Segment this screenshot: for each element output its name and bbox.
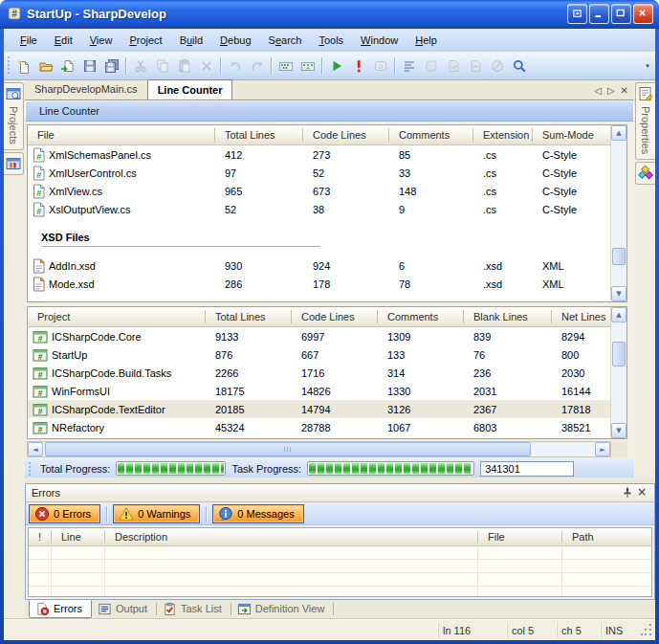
toolbar-overflow-button[interactable]: ▾ <box>642 54 653 78</box>
column-header-[interactable]: ! <box>29 528 52 545</box>
vertical-scrollbar[interactable]: ▲▼ <box>610 307 626 438</box>
projects-table-row[interactable]: #NRefactory45324287881067680338521 <box>28 418 610 436</box>
toolbar-button-open-file[interactable] <box>34 56 56 77</box>
menu-item-window[interactable]: Window <box>352 31 406 50</box>
side-tab-toolbox[interactable] <box>635 162 655 185</box>
menu-item-project[interactable]: Project <box>121 31 170 50</box>
toolbar-button-delete[interactable] <box>195 56 217 77</box>
toolbar-button-profiler[interactable]: 0 <box>369 56 391 77</box>
scroll-up-button[interactable]: ▲ <box>611 307 626 322</box>
window-resize-grip[interactable] <box>641 623 654 638</box>
toolbar-button-run[interactable] <box>325 56 347 77</box>
toggle-0-errors-button[interactable]: 0 Errors <box>29 504 100 523</box>
tab-sharpdevelopmain-cs[interactable]: SharpDevelopMain.cs <box>25 80 147 100</box>
column-header-file[interactable]: File <box>28 125 215 144</box>
menu-item-search[interactable]: Search <box>260 31 311 50</box>
bottom-tab-errors[interactable]: Errors <box>29 600 92 618</box>
close-panel-button[interactable] <box>635 486 650 500</box>
column-header-code-lines[interactable]: Code Lines <box>303 125 389 144</box>
column-header-total-lines[interactable]: Total Lines <box>206 307 292 326</box>
column-header-extension[interactable]: Extension <box>473 125 533 144</box>
scroll-track[interactable] <box>611 141 626 286</box>
toolbar-button-uncomment-region[interactable] <box>297 56 319 77</box>
column-header-project[interactable]: Project <box>28 307 206 326</box>
menu-item-tools[interactable]: Tools <box>310 31 352 50</box>
toolbar-button-redo[interactable] <box>246 56 268 77</box>
prev-tab-button[interactable]: ◁ <box>594 85 602 96</box>
maximize-button[interactable] <box>611 4 631 24</box>
column-header-blank-lines[interactable]: Blank Lines <box>464 307 552 326</box>
column-header-comments[interactable]: Comments <box>378 307 464 326</box>
side-tab-properties[interactable]: Properties <box>635 82 655 160</box>
vertical-scrollbar[interactable]: ▲▼ <box>610 125 626 301</box>
scroll-left-button[interactable]: ◄ <box>28 442 43 456</box>
toolbar-button-format-document[interactable] <box>420 56 442 77</box>
close-window-button[interactable] <box>633 4 653 24</box>
files-table-row[interactable]: #XmlView.cs965673148.csC-Style <box>28 182 610 200</box>
menu-item-help[interactable]: Help <box>406 31 446 50</box>
menu-item-debug[interactable]: Debug <box>211 31 259 50</box>
toolbar-grip[interactable] <box>8 56 10 76</box>
column-header-code-lines[interactable]: Code Lines <box>292 307 378 326</box>
side-tab-tools[interactable] <box>4 152 24 175</box>
column-header-comments[interactable]: Comments <box>389 125 473 144</box>
projects-table-row[interactable]: #ICSharpCode.Build.Tasks2266171631423620… <box>28 364 610 382</box>
bottom-tab-definition-view[interactable]: Definition View <box>231 600 334 618</box>
menu-item-view[interactable]: View <box>81 31 121 50</box>
projects-table-row[interactable]: #SharpReport337114134113732998 <box>28 436 610 438</box>
scroll-thumb[interactable] <box>612 342 626 366</box>
toolbar-button-save-file[interactable] <box>78 56 100 77</box>
scroll-up-button[interactable]: ▲ <box>611 125 626 141</box>
close-document-button[interactable]: ✕ <box>621 85 628 96</box>
toolbar-button-abort-build[interactable] <box>486 56 508 77</box>
projects-table-row[interactable]: #ICSharpCode.Core9133699713098398294 <box>28 327 610 345</box>
column-header-path[interactable]: Path <box>562 528 652 545</box>
files-table-row[interactable]: AddIn.xsd9309246.xsdXML <box>28 256 610 275</box>
column-header-sum-mode[interactable]: Sum-Mode <box>533 125 610 144</box>
files-table-row[interactable]: #XmlUserControl.cs975233.csC-Style <box>28 164 610 182</box>
files-table-row[interactable]: #XslOutputView.cs52389.csC-Style <box>28 200 610 218</box>
toolbar-button-sort-lines[interactable] <box>398 56 420 77</box>
toggle-0-messages-button[interactable]: 0 Messages <box>212 504 303 523</box>
column-header-line[interactable]: Line <box>52 528 105 545</box>
projects-table-row[interactable]: #ICSharpCode.TextEditor20185147943126236… <box>28 400 610 418</box>
toggle-0-warnings-button[interactable]: 0 Warnings <box>113 504 200 523</box>
toolbar-button-open-with[interactable] <box>56 56 78 77</box>
scroll-down-button[interactable]: ▼ <box>611 286 626 301</box>
files-table-row[interactable]: #XmlSchemasPanel.cs41227385.csC-Style <box>28 145 610 164</box>
pin-panel-button[interactable] <box>620 486 635 500</box>
column-header-file[interactable]: File <box>478 528 562 545</box>
toolbar-button-paste[interactable] <box>173 56 195 77</box>
toolbar-button-comment-region[interactable] <box>275 56 297 77</box>
scroll-track[interactable] <box>43 442 595 456</box>
projects-table-row[interactable]: #WinFormsUI18175148261330203116144 <box>28 382 610 400</box>
side-tab-projects[interactable]: Projects <box>4 82 24 150</box>
scroll-down-button[interactable]: ▼ <box>611 423 626 438</box>
scroll-thumb[interactable] <box>45 442 531 456</box>
menu-item-file[interactable]: File <box>11 31 46 50</box>
next-tab-button[interactable]: ▷ <box>607 85 615 96</box>
toolbar-button-build-project[interactable] <box>442 56 464 77</box>
toolbar-button-stop-build[interactable] <box>347 56 369 77</box>
menu-item-build[interactable]: Build <box>171 31 211 50</box>
scroll-right-button[interactable]: ► <box>595 442 610 456</box>
projects-table-row[interactable]: #StartUp87666713376800 <box>28 345 610 364</box>
dock-window-button[interactable] <box>567 4 587 24</box>
toolbar-button-copy[interactable] <box>151 56 173 77</box>
files-table-row[interactable]: Mode.xsd28617878.xsdXML <box>28 275 610 293</box>
toolbar-button-save-all[interactable] <box>100 56 122 77</box>
column-header-net-lines[interactable]: Net Lines <box>552 307 610 326</box>
column-header-total-lines[interactable]: Total Lines <box>215 125 303 144</box>
toolbar-button-cut[interactable] <box>129 56 151 77</box>
bottom-tab-task-list[interactable]: Task List <box>157 600 231 618</box>
toolbar-button-rebuild-project[interactable] <box>464 56 486 77</box>
scroll-thumb[interactable] <box>612 248 626 265</box>
toolbar-button-undo[interactable] <box>224 56 246 77</box>
toolbar-button-search[interactable] <box>508 56 530 77</box>
scroll-track[interactable] <box>611 322 626 423</box>
menu-item-edit[interactable]: Edit <box>46 31 81 50</box>
minimize-button[interactable] <box>589 4 609 24</box>
toolbar-button-new-file[interactable] <box>12 56 34 77</box>
toolbar-grip[interactable] <box>29 462 31 476</box>
horizontal-scrollbar[interactable]: ◄ ► <box>27 441 611 457</box>
